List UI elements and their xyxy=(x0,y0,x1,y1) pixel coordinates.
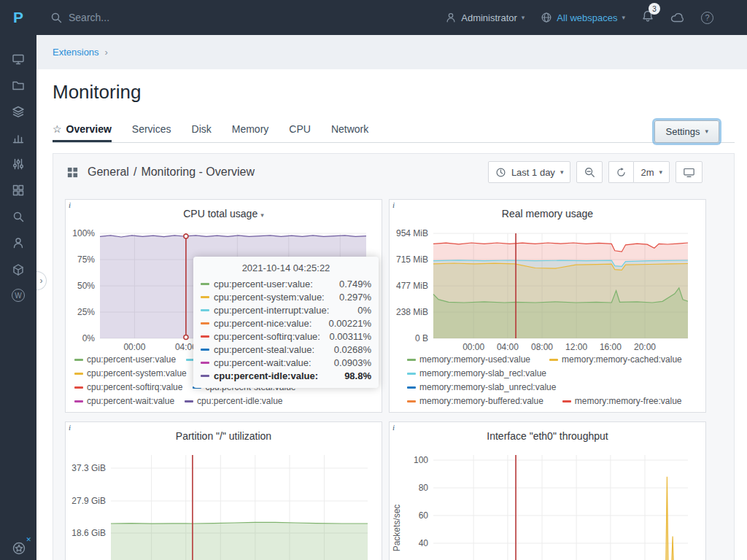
cloud-icon[interactable] xyxy=(670,12,685,23)
panel-cpu-total-usage: i CPU total usage▾ 00:0004:00100%75%50%2… xyxy=(65,199,382,413)
svg-text:00:00: 00:00 xyxy=(123,342,145,352)
users-icon[interactable] xyxy=(12,236,25,249)
info-icon[interactable]: i xyxy=(392,423,395,432)
package-icon[interactable] xyxy=(12,262,25,276)
user-menu[interactable]: Administrator ▾ xyxy=(445,12,525,23)
svg-text:27.9 GiB: 27.9 GiB xyxy=(71,496,106,506)
plesk-logo[interactable]: P xyxy=(0,0,36,35)
folder-icon[interactable] xyxy=(12,79,25,92)
tab-network[interactable]: Network xyxy=(331,123,368,142)
memory-chart[interactable]: 00:0004:0008:0012:0016:0020:00954 MiB715… xyxy=(390,226,707,353)
svg-text:40: 40 xyxy=(419,538,429,548)
chevron-down-icon: ▾ xyxy=(705,128,708,135)
legend-label: cpu:percent-wait:value xyxy=(87,396,174,406)
breadcrumb-extensions-link[interactable]: Extensions xyxy=(53,47,99,58)
sidebar: W ✕ xyxy=(0,35,36,560)
webspaces-menu[interactable]: All webspaces ▾ xyxy=(541,12,625,23)
legend-item[interactable]: cpu:percent-user:value xyxy=(74,354,176,365)
legend-swatch xyxy=(185,400,193,402)
svg-text:Packets/sec: Packets/sec xyxy=(392,505,402,552)
dashboard-title[interactable]: General / Monitoring - Overview xyxy=(88,166,255,179)
info-icon[interactable]: i xyxy=(69,423,71,432)
refresh-interval-label: 2m xyxy=(640,167,654,178)
clock-icon xyxy=(495,167,506,178)
bar-chart-icon[interactable] xyxy=(12,131,25,144)
legend-item[interactable]: memory:memory-slab_recl:value xyxy=(407,368,546,378)
promo-close-icon[interactable]: ✕ xyxy=(26,536,31,543)
svg-text:12:00: 12:00 xyxy=(565,342,587,352)
tab-services[interactable]: Services xyxy=(132,123,171,142)
disk-chart[interactable]: 37.3 GiB27.9 GiB18.6 GiB xyxy=(66,448,383,560)
notifications-button[interactable]: 3 xyxy=(641,9,654,26)
tooltip-row: cpu:percent-user:value:0.749% xyxy=(201,277,371,290)
extensions-grid-icon[interactable] xyxy=(12,184,25,197)
layers-icon[interactable] xyxy=(12,105,25,118)
refresh-interval-picker[interactable]: 2m ▾ xyxy=(633,161,670,183)
legend-item[interactable]: memory:memory-slab_unrecl:value xyxy=(407,382,556,392)
tv-mode-button[interactable] xyxy=(676,161,703,183)
svg-text:75%: 75% xyxy=(77,254,95,265)
promo-icon[interactable]: ✕ xyxy=(12,541,26,556)
legend-item[interactable]: memory:memory-used:value xyxy=(407,354,530,365)
chevron-down-icon: ▾ xyxy=(522,15,525,21)
legend-swatch xyxy=(407,386,416,389)
monitor-icon[interactable] xyxy=(12,52,25,66)
legend-item[interactable]: cpu:percent-wait:value xyxy=(74,396,174,406)
svg-text:80: 80 xyxy=(419,483,429,493)
svg-text:477 MiB: 477 MiB xyxy=(396,281,428,291)
panel-title[interactable]: Real memory usage xyxy=(390,200,705,219)
sliders-icon[interactable] xyxy=(12,158,25,171)
search-input[interactable] xyxy=(69,12,229,23)
svg-text:100%: 100% xyxy=(72,228,95,238)
legend-label: cpu:percent-system:value xyxy=(87,368,187,378)
legend-label: cpu:percent-user:value xyxy=(87,354,176,365)
panel-title[interactable]: Partition "/" utilization xyxy=(66,422,382,442)
panel-title[interactable]: Interface "eth0" throughput xyxy=(390,422,705,442)
dashboard-grid-icon[interactable] xyxy=(66,166,79,179)
info-icon[interactable]: i xyxy=(392,201,395,209)
svg-text:08:00: 08:00 xyxy=(531,342,553,352)
legend-swatch xyxy=(407,400,416,402)
tooltip-row: cpu:percent-interrupt:value:0% xyxy=(201,303,371,316)
settings-button[interactable]: Settings ▾ xyxy=(654,120,719,143)
legend-item[interactable]: memory:memory-buffered:value xyxy=(407,396,543,406)
breadcrumb: Extensions › xyxy=(36,35,747,69)
time-range-label: Last 1 day xyxy=(511,167,555,178)
legend-swatch xyxy=(74,386,83,389)
tooltip-row: cpu:percent-nice:value:0.00221% xyxy=(201,316,371,330)
legend-label: memory:memory-buffered:value xyxy=(419,396,543,406)
legend-swatch xyxy=(407,359,416,361)
chevron-down-icon: ▾ xyxy=(560,169,564,176)
time-range-picker[interactable]: Last 1 day ▾ xyxy=(488,161,571,183)
legend-item[interactable]: memory:memory-cached:value xyxy=(549,354,682,365)
legend-item[interactable]: cpu:percent-softirq:value xyxy=(74,382,182,392)
legend-item[interactable]: cpu:percent-system:value xyxy=(74,368,187,378)
legend-item[interactable]: cpu:percent-idle:value xyxy=(185,396,282,406)
refresh-button[interactable] xyxy=(608,161,633,183)
legend-item[interactable]: memory:memory-free:value xyxy=(562,396,682,406)
help-icon[interactable]: ? xyxy=(701,12,713,24)
search-icon xyxy=(50,11,63,24)
wordpress-icon[interactable]: W xyxy=(12,289,25,302)
legend-swatch xyxy=(562,400,571,402)
legend-swatch xyxy=(74,373,83,375)
webspaces-label: All webspaces xyxy=(557,12,617,23)
tab-disk[interactable]: Disk xyxy=(192,123,212,142)
tab-memory[interactable]: Memory xyxy=(232,123,269,142)
tab-cpu[interactable]: CPU xyxy=(289,123,311,142)
panel-title[interactable]: CPU total usage▾ xyxy=(66,200,382,219)
svg-text:25%: 25% xyxy=(77,307,95,317)
search-icon[interactable] xyxy=(12,210,25,223)
svg-text:0%: 0% xyxy=(82,333,96,343)
tab-overview[interactable]: ☆ Overview xyxy=(53,123,112,142)
legend-swatch xyxy=(74,359,83,361)
panel-partition-utilization: i Partition "/" utilization 37.3 GiB27.9… xyxy=(65,421,382,560)
notifications-badge: 3 xyxy=(649,3,660,15)
info-icon[interactable]: i xyxy=(69,201,71,209)
tooltip-row: cpu:percent-softirq:value:0.00311% xyxy=(201,330,371,343)
network-chart[interactable]: 100806040Packets/sec xyxy=(390,448,707,560)
global-search[interactable] xyxy=(50,11,229,24)
legend-label: cpu:percent-softirq:value xyxy=(87,382,182,392)
zoom-out-button[interactable] xyxy=(576,161,603,183)
legend-label: memory:memory-used:value xyxy=(419,354,530,365)
